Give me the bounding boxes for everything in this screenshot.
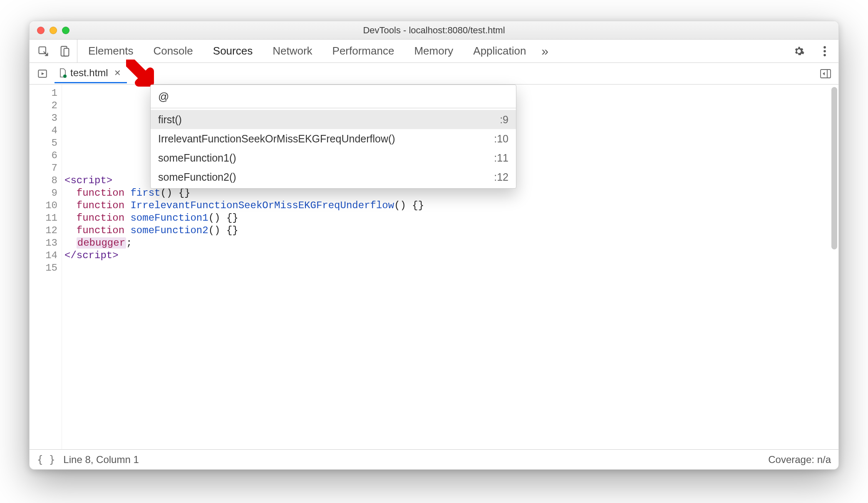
file-icon	[59, 68, 67, 78]
command-menu-item[interactable]: someFunction2():12	[151, 167, 516, 187]
svg-point-3	[823, 46, 826, 48]
minimize-window-button[interactable]	[50, 27, 57, 34]
line-number: 10	[30, 199, 57, 212]
svg-rect-8	[821, 70, 831, 78]
zoom-window-button[interactable]	[62, 27, 69, 34]
code-editor[interactable]: 123456789101112131415 <script> function …	[30, 85, 838, 449]
command-menu-item[interactable]: IrrelevantFunctionSeekOrMissEKGFreqUnder…	[151, 129, 516, 148]
vertical-scrollbar[interactable]	[831, 87, 837, 249]
tab-console[interactable]: Console	[152, 45, 193, 57]
line-number: 11	[30, 212, 57, 224]
close-window-button[interactable]	[37, 27, 45, 34]
tab-memory[interactable]: Memory	[413, 45, 454, 57]
tab-application[interactable]: Application	[472, 45, 527, 57]
inspect-element-icon[interactable]	[35, 43, 51, 59]
devtools-window: DevTools - localhost:8080/test.html	[29, 21, 839, 470]
debugger-step-icon[interactable]	[35, 66, 50, 82]
file-tab-row: test.html ✕	[30, 63, 838, 85]
devtools-tabs: ElementsConsoleSourcesNetworkPerformance…	[30, 40, 838, 63]
code-line[interactable]	[64, 262, 834, 274]
pretty-print-icon[interactable]: { }	[37, 454, 55, 466]
command-menu-item-label: someFunction1()	[158, 152, 236, 164]
svg-point-4	[823, 50, 826, 52]
tab-performance[interactable]: Performance	[332, 45, 395, 57]
code-line[interactable]: </script>	[64, 249, 834, 262]
line-number: 3	[30, 112, 57, 125]
code-line[interactable]: function someFunction1() {}	[64, 212, 834, 224]
command-menu-item-line: :9	[500, 113, 508, 126]
cursor-position: Line 8, Column 1	[63, 454, 139, 466]
device-toolbar-icon[interactable]	[57, 43, 73, 59]
tab-network[interactable]: Network	[272, 45, 313, 57]
command-menu-popup: @ first():9IrrelevantFunctionSeekOrMissE…	[150, 85, 516, 189]
file-tab-label: test.html	[70, 67, 108, 79]
command-menu-item-line: :11	[494, 152, 508, 164]
toggle-sidebar-icon[interactable]	[818, 66, 833, 82]
command-menu-input[interactable]: @	[151, 85, 516, 108]
line-number: 1	[30, 87, 57, 100]
command-menu-query: @	[158, 90, 169, 103]
kebab-menu-icon[interactable]	[817, 43, 833, 59]
svg-point-5	[823, 54, 826, 56]
more-tabs-icon[interactable]: »	[537, 43, 553, 59]
line-gutter: 123456789101112131415	[30, 85, 62, 449]
command-menu-item-label: someFunction2()	[158, 171, 236, 183]
command-menu-item[interactable]: someFunction1():11	[151, 148, 516, 167]
command-menu-list: first():9IrrelevantFunctionSeekOrMissEKG…	[151, 108, 516, 188]
tab-elements[interactable]: Elements	[87, 45, 134, 57]
code-line[interactable]: function someFunction2() {}	[64, 224, 834, 237]
settings-icon[interactable]	[791, 43, 807, 59]
command-menu-item-line: :12	[494, 171, 508, 183]
line-number: 13	[30, 237, 57, 249]
line-number: 14	[30, 249, 57, 262]
command-menu-item-line: :10	[494, 132, 508, 145]
file-tab-test-html[interactable]: test.html ✕	[55, 64, 127, 83]
line-number: 4	[30, 125, 57, 137]
close-tab-icon[interactable]: ✕	[112, 68, 121, 78]
line-number: 5	[30, 137, 57, 149]
command-menu-item[interactable]: first():9	[151, 110, 516, 129]
line-number: 6	[30, 149, 57, 162]
status-bar: { } Line 8, Column 1 Coverage: n/a	[30, 449, 838, 469]
line-number: 7	[30, 162, 57, 174]
coverage-status: Coverage: n/a	[768, 454, 831, 466]
line-number: 8	[30, 174, 57, 187]
code-line[interactable]: debugger;	[64, 237, 834, 249]
command-menu-item-label: first()	[158, 113, 182, 126]
tab-sources[interactable]: Sources	[212, 45, 253, 57]
svg-rect-2	[64, 48, 69, 56]
line-number: 9	[30, 187, 57, 199]
line-number: 12	[30, 224, 57, 237]
titlebar: DevTools - localhost:8080/test.html	[30, 21, 838, 40]
window-controls	[30, 27, 69, 34]
svg-point-7	[63, 75, 67, 78]
window-title: DevTools - localhost:8080/test.html	[30, 25, 838, 36]
code-line[interactable]: function first() {}	[64, 187, 834, 199]
line-number: 2	[30, 100, 57, 112]
code-line[interactable]: function IrrelevantFunctionSeekOrMissEKG…	[64, 199, 834, 212]
command-menu-item-label: IrrelevantFunctionSeekOrMissEKGFreqUnder…	[158, 132, 395, 145]
line-number: 15	[30, 262, 57, 274]
